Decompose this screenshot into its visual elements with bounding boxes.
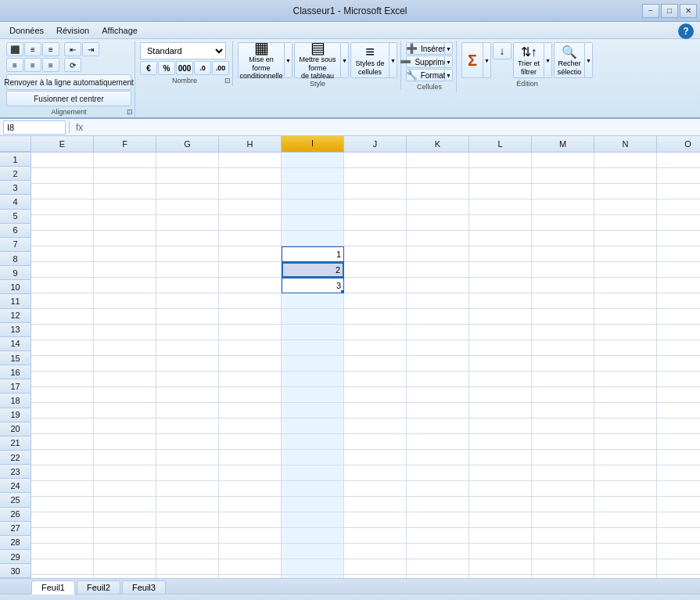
cell-O1[interactable] [657,153,700,168]
cell-H1[interactable] [219,153,282,168]
cell-L11[interactable] [469,309,532,325]
cell-J5[interactable] [344,215,407,231]
cell-H17[interactable] [219,403,282,419]
cell-E14[interactable] [31,356,94,372]
cell-E9[interactable] [31,278,94,293]
cell-G17[interactable] [156,403,219,419]
row-header-23[interactable]: 23 [0,465,31,479]
decrease-indent-button[interactable]: ⇤ [64,42,81,56]
cell-J7[interactable] [344,246,407,262]
cell-J12[interactable] [344,325,407,340]
cell-O19[interactable] [657,434,700,450]
cell-G3[interactable] [156,184,219,199]
row-header-16[interactable]: 16 [0,365,31,379]
cell-I10[interactable] [282,293,344,309]
cell-J22[interactable] [344,481,407,497]
cell-J6[interactable] [344,231,407,246]
find-select-arrow[interactable]: ▼ [585,42,593,78]
cell-H12[interactable] [219,325,282,340]
cell-K20[interactable] [407,450,469,465]
cell-M11[interactable] [532,309,594,325]
cell-K12[interactable] [407,325,469,340]
cell-K23[interactable] [407,497,469,512]
cell-K17[interactable] [407,403,469,419]
cell-F17[interactable] [94,403,156,419]
table-format-arrow[interactable]: ▼ [341,42,349,78]
cell-N9[interactable] [594,278,657,293]
cell-O10[interactable] [657,293,700,309]
row-header-14[interactable]: 14 [0,337,31,351]
cell-G7[interactable] [156,246,219,262]
cell-F21[interactable] [94,465,156,481]
cell-M14[interactable] [532,356,594,372]
cell-I14[interactable] [282,356,344,372]
row-header-1[interactable]: 1 [0,153,31,167]
cell-M6[interactable] [532,231,594,246]
insert-main[interactable]: ➕ Insérer [406,42,445,55]
cell-G18[interactable] [156,419,219,434]
find-select-button[interactable]: 🔍 Rechersélectio ▼ [554,42,593,78]
cell-I7[interactable]: 1 [282,246,344,262]
cell-N3[interactable] [594,184,657,199]
align-bottom-center-button[interactable]: ≡ [24,58,41,72]
cell-H22[interactable] [219,481,282,497]
cell-N8[interactable] [594,262,657,278]
cell-K3[interactable] [407,184,469,199]
cell-O27[interactable] [657,559,700,575]
cell-E22[interactable] [31,481,94,497]
number-expand-icon[interactable]: ⊡ [224,77,231,84]
cell-I21[interactable] [282,465,344,481]
cell-K19[interactable] [407,434,469,450]
cell-I22[interactable] [282,481,344,497]
cell-O21[interactable] [657,465,700,481]
cell-M13[interactable] [532,340,594,356]
cell-G26[interactable] [156,544,219,559]
delete-main[interactable]: ➖ Supprimer [406,56,445,68]
minimize-button[interactable]: − [642,4,659,18]
cell-F9[interactable] [94,278,156,293]
cell-J23[interactable] [344,497,407,512]
cell-H2[interactable] [219,168,282,184]
cell-M28[interactable] [532,575,594,578]
row-header-26[interactable]: 26 [0,508,31,522]
cell-N20[interactable] [594,450,657,465]
cell-N5[interactable] [594,215,657,231]
cell-J2[interactable] [344,168,407,184]
cell-H24[interactable] [219,512,282,528]
cell-L23[interactable] [469,497,532,512]
cell-H23[interactable] [219,497,282,512]
cell-G2[interactable] [156,168,219,184]
cell-G14[interactable] [156,356,219,372]
cell-I4[interactable] [282,199,344,215]
conditional-format-main[interactable]: ▦ Mise en formeconditionnelle [238,42,285,78]
cell-N26[interactable] [594,544,657,559]
cell-O6[interactable] [657,231,700,246]
cell-H26[interactable] [219,544,282,559]
cell-F28[interactable] [94,575,156,578]
cell-N16[interactable] [594,387,657,403]
cell-E1[interactable] [31,153,94,168]
cell-E25[interactable] [31,528,94,544]
row-header-29[interactable]: 29 [0,550,31,564]
row-header-21[interactable]: 21 [0,437,31,451]
cell-E23[interactable] [31,497,94,512]
cell-N4[interactable] [594,199,657,215]
cell-F23[interactable] [94,497,156,512]
menu-affichage[interactable]: Affichage [95,24,144,37]
cell-J15[interactable] [344,372,407,387]
cell-H20[interactable] [219,450,282,465]
cell-M18[interactable] [532,419,594,434]
col-header-E[interactable]: E [31,136,94,152]
cell-G15[interactable] [156,372,219,387]
cell-F26[interactable] [94,544,156,559]
cell-E13[interactable] [31,340,94,356]
cell-L20[interactable] [469,450,532,465]
cell-K2[interactable] [407,168,469,184]
cell-I11[interactable] [282,309,344,325]
cell-G12[interactable] [156,325,219,340]
cell-H21[interactable] [219,465,282,481]
cell-H16[interactable] [219,387,282,403]
cell-O25[interactable] [657,528,700,544]
maximize-button[interactable]: □ [661,4,678,18]
cell-I1[interactable] [282,153,344,168]
